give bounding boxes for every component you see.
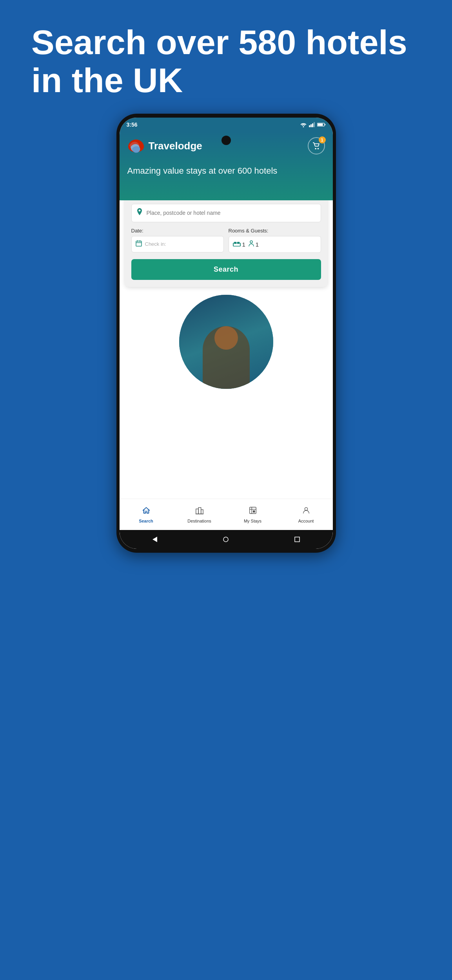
svg-rect-7 <box>318 123 323 126</box>
status-bar: 3:56 <box>120 118 333 132</box>
stays-svg <box>249 506 257 515</box>
camera-notch <box>221 136 231 145</box>
destinations-icon <box>195 506 204 517</box>
svg-point-9 <box>317 148 319 149</box>
guests-count: 1 <box>256 241 259 248</box>
nav-label-my-stays: My Stays <box>244 519 261 523</box>
svg-point-0 <box>303 126 304 127</box>
cart-icon <box>312 142 321 150</box>
android-navigation-bar <box>120 530 333 549</box>
hero-text: Amazing value stays at over 600 hotels <box>127 165 325 177</box>
svg-rect-21 <box>198 507 201 514</box>
calendar-svg <box>136 240 142 247</box>
calendar-icon <box>136 240 142 248</box>
destination-label: Destination: <box>131 200 321 201</box>
date-placeholder: Check in: <box>145 241 220 247</box>
nav-item-account[interactable]: Account <box>280 506 333 523</box>
location-icon <box>136 208 143 218</box>
phone-screen: 3:56 <box>120 118 333 549</box>
home-button[interactable] <box>222 535 230 543</box>
signal-icon <box>309 122 315 127</box>
account-svg <box>302 506 310 515</box>
travelodge-logo-icon <box>127 139 145 153</box>
buildings-svg <box>195 506 204 515</box>
rooms-field: Rooms & Guests: <box>229 228 321 253</box>
svg-point-28 <box>305 507 307 510</box>
bed-svg <box>233 241 241 247</box>
battery-icon <box>317 122 326 127</box>
rooms-guests-label: Rooms & Guests: <box>229 228 321 234</box>
cart-button[interactable]: 1 <box>308 137 325 154</box>
rooms-count: 1 <box>242 241 245 248</box>
recents-icon <box>294 536 300 543</box>
destination-input[interactable] <box>147 210 316 216</box>
row-fields: Date: <box>131 228 321 253</box>
svg-rect-6 <box>324 124 325 125</box>
hotel-image <box>179 295 273 389</box>
person-icon <box>249 240 254 248</box>
nav-label-search: Search <box>139 519 153 523</box>
person-silhouette <box>179 295 273 389</box>
rooms-input-wrap[interactable]: 1 1 <box>229 236 321 253</box>
svg-rect-15 <box>234 242 236 244</box>
screen-content: Travelodge 1 Amazing value stays at over… <box>120 132 333 549</box>
svg-rect-2 <box>310 124 312 127</box>
cart-badge: 1 <box>319 136 326 143</box>
search-button[interactable]: Search <box>131 259 321 280</box>
logo-text: Travelodge <box>149 140 202 152</box>
svg-rect-3 <box>312 123 313 127</box>
nav-item-search[interactable]: Search <box>120 506 173 523</box>
home-svg <box>142 506 151 515</box>
main-content: Destination: Date: <box>120 200 333 549</box>
date-label: Date: <box>131 228 224 234</box>
back-icon <box>152 536 158 543</box>
home-icon <box>142 506 151 517</box>
nav-label-account: Account <box>298 519 314 523</box>
nav-item-my-stays[interactable]: My Stays <box>226 506 280 523</box>
svg-rect-16 <box>237 242 240 244</box>
nav-item-destinations[interactable]: Destinations <box>173 506 226 523</box>
svg-rect-20 <box>196 509 198 514</box>
bottom-nav: Search Destinations <box>120 499 333 530</box>
bed-icon <box>233 240 241 249</box>
svg-rect-10 <box>136 241 142 246</box>
svg-rect-22 <box>201 510 203 514</box>
account-icon <box>302 506 310 517</box>
svg-point-30 <box>223 537 228 542</box>
date-input-wrap[interactable]: Check in: <box>131 236 224 252</box>
phone-frame: 3:56 <box>116 114 336 553</box>
recents-button[interactable] <box>293 535 301 543</box>
my-stays-icon <box>249 506 257 517</box>
search-card: Destination: Date: <box>125 200 327 287</box>
nav-label-destinations: Destinations <box>187 519 211 523</box>
back-button[interactable] <box>151 535 159 543</box>
date-field: Date: <box>131 228 224 253</box>
svg-rect-4 <box>314 122 315 127</box>
svg-rect-31 <box>295 537 300 542</box>
android-home-icon <box>223 536 229 543</box>
page-headline: Search over 580 hotels in the UK <box>31 24 421 100</box>
pin-icon <box>136 208 143 216</box>
svg-point-8 <box>315 148 316 149</box>
destination-input-wrap[interactable] <box>131 204 321 222</box>
page-background: Search over 580 hotels in the UK 3:56 <box>0 0 452 980</box>
svg-rect-27 <box>253 510 255 513</box>
svg-rect-1 <box>309 125 310 127</box>
wifi-icon <box>300 122 307 127</box>
status-time: 3:56 <box>127 122 138 128</box>
svg-marker-29 <box>152 537 157 542</box>
status-icons <box>300 122 326 127</box>
person-svg <box>249 240 254 247</box>
svg-point-19 <box>250 241 252 243</box>
logo-area: Travelodge <box>127 139 202 153</box>
